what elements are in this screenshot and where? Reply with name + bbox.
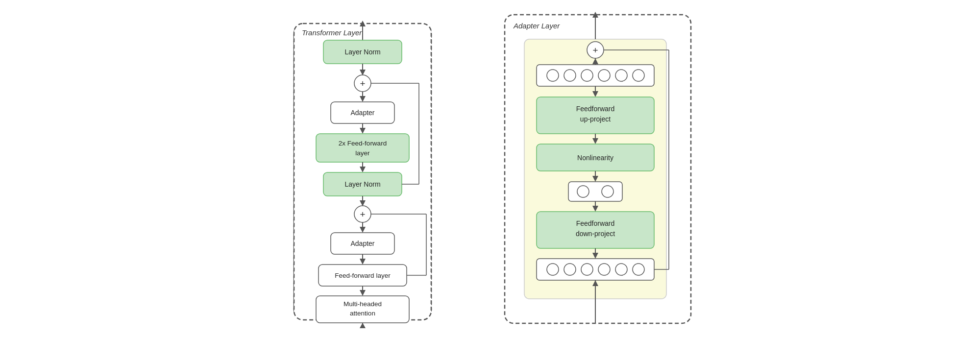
svg-point-107 (615, 264, 627, 275)
svg-point-104 (564, 264, 576, 275)
svg-point-83 (633, 70, 644, 81)
svg-point-78 (547, 70, 559, 81)
mha-text1: Multi-headed (343, 300, 382, 308)
adapter-label: Adapter Layer (513, 22, 560, 30)
svg-point-105 (581, 264, 593, 275)
svg-rect-94 (568, 182, 622, 201)
plus-top-icon: + (360, 78, 365, 89)
left-diagram: Transformer Layer Multi-headed attention… (284, 10, 441, 328)
mha-text2: attention (350, 310, 375, 317)
svg-point-103 (547, 264, 559, 275)
svg-marker-65 (360, 323, 366, 328)
svg-point-108 (633, 264, 644, 275)
ff-up-text2: up-project (580, 115, 611, 123)
nonlin-text: Nonlinearity (577, 154, 613, 162)
adapter-bot-text: Adapter (350, 240, 374, 247)
svg-point-106 (598, 264, 610, 275)
ff-down-text1: Feedforward (576, 219, 615, 227)
svg-point-79 (564, 70, 576, 81)
svg-point-80 (581, 70, 593, 81)
svg-point-96 (602, 186, 613, 197)
adapter-top-text: Adapter (350, 109, 374, 117)
ff-text: Feed-forward layer (335, 272, 391, 279)
svg-point-82 (615, 70, 627, 81)
svg-point-95 (577, 186, 589, 197)
layer-norm-bot-text: Layer Norm (344, 180, 380, 188)
ff-up-text1: Feedforward (576, 105, 615, 113)
right-plus-icon: + (592, 45, 598, 55)
layer-norm-top-text: Layer Norm (344, 48, 380, 56)
ffx2-text: 2x Feed-forward (339, 140, 387, 147)
diagram-container: Transformer Layer Multi-headed attention… (0, 0, 980, 338)
transformer-label: Transformer Layer (302, 28, 362, 37)
plus-bot-icon: + (360, 209, 365, 219)
svg-text:layer: layer (355, 149, 370, 157)
ff-down-text2: down-project (576, 230, 615, 238)
svg-rect-47 (316, 134, 409, 162)
svg-point-81 (598, 70, 610, 81)
right-diagram: Adapter Layer + (500, 10, 696, 328)
